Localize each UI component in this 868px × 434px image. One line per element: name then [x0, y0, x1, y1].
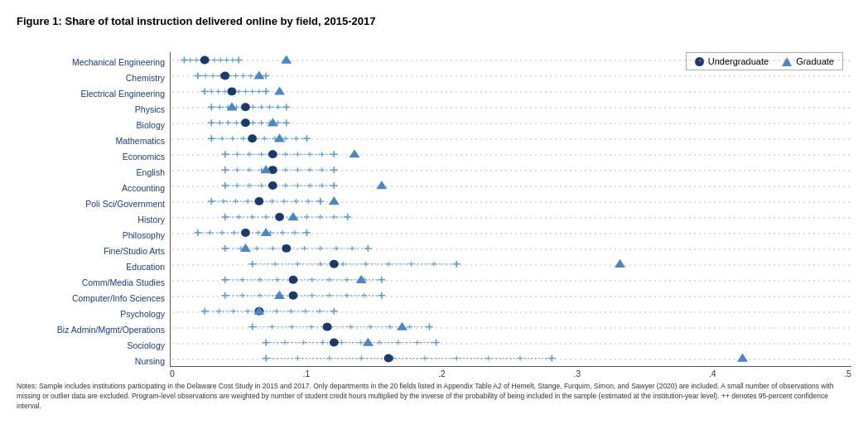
y-label-item: Philosophy — [17, 227, 170, 243]
svg-point-228 — [254, 197, 263, 205]
y-axis-labels: Mechanical EngineeringChemistryElectrica… — [17, 52, 170, 379]
svg-point-67 — [228, 87, 237, 95]
svg-point-458 — [384, 354, 393, 363]
svg-marker-68 — [274, 86, 285, 94]
y-label-item: History — [17, 211, 170, 227]
svg-marker-367 — [274, 291, 285, 299]
x-axis-tick: .1 — [303, 369, 311, 379]
x-axis-tick: .4 — [709, 369, 716, 379]
svg-marker-436 — [363, 338, 374, 346]
x-axis-tick: .5 — [844, 369, 851, 379]
y-label-item: Physics — [17, 101, 170, 117]
y-label-item: Computer/Info Sciences — [17, 290, 170, 306]
y-label-item: Economics — [17, 148, 170, 164]
svg-point-274 — [241, 229, 250, 237]
x-axis: 0.1.2.3.4.5 — [170, 369, 851, 379]
svg-point-113 — [241, 118, 250, 127]
x-axis-tick: .3 — [573, 369, 581, 379]
svg-marker-459 — [737, 354, 748, 362]
svg-marker-160 — [349, 149, 359, 157]
y-label-item: Chemistry — [17, 70, 170, 85]
svg-point-343 — [289, 276, 298, 284]
y-label-item: Mechanical Engineering — [17, 54, 170, 70]
y-label-item: Nursing — [17, 353, 170, 369]
svg-point-44 — [220, 71, 229, 80]
svg-point-412 — [323, 323, 332, 331]
svg-point-205 — [268, 181, 277, 190]
svg-point-297 — [282, 244, 291, 253]
svg-marker-45 — [253, 70, 264, 79]
y-label-item: Biz Admin/Mgmt/Operations — [17, 321, 170, 337]
svg-marker-206 — [376, 181, 387, 189]
plot-area — [170, 52, 851, 367]
svg-marker-275 — [261, 228, 272, 236]
y-label-item: Psychology — [17, 306, 170, 321]
y-label-item: Mathematics — [17, 133, 170, 148]
svg-point-90 — [241, 103, 250, 111]
svg-point-435 — [330, 339, 339, 347]
svg-marker-321 — [615, 259, 625, 268]
y-label-item: Fine/Studio Arts — [17, 243, 170, 258]
svg-point-159 — [268, 150, 277, 158]
chart-title: Figure 1: Share of total instruction del… — [17, 15, 851, 27]
svg-point-320 — [330, 260, 339, 268]
svg-marker-137 — [274, 133, 285, 142]
x-axis-tick: 0 — [170, 369, 175, 379]
svg-point-366 — [289, 292, 298, 300]
svg-point-136 — [248, 134, 257, 142]
chart-area: Mechanical EngineeringChemistryElectrica… — [17, 52, 851, 379]
x-axis-tick: .2 — [438, 369, 446, 379]
chart-notes: Notes: Sample includes institutions part… — [17, 382, 851, 412]
svg-marker-229 — [329, 196, 340, 205]
svg-marker-298 — [240, 244, 251, 252]
svg-marker-344 — [356, 275, 367, 283]
y-label-item: Sociology — [17, 337, 170, 353]
page-container: Figure 1: Share of total instruction del… — [0, 0, 868, 434]
y-label-item: Education — [17, 258, 170, 274]
svg-point-21 — [200, 55, 210, 64]
y-label-item: Electrical Engineering — [17, 85, 170, 101]
y-label-item: English — [17, 164, 170, 180]
y-label-item: Biology — [17, 117, 170, 133]
svg-marker-252 — [287, 212, 298, 220]
y-label-item: Accounting — [17, 180, 170, 195]
svg-marker-22 — [281, 55, 292, 63]
y-label-item: Comm/Media Studies — [17, 274, 170, 290]
svg-point-251 — [275, 213, 284, 221]
svg-marker-413 — [397, 322, 407, 330]
svg-marker-114 — [268, 118, 278, 126]
y-label-item: Poli Sci/Government — [17, 195, 170, 211]
